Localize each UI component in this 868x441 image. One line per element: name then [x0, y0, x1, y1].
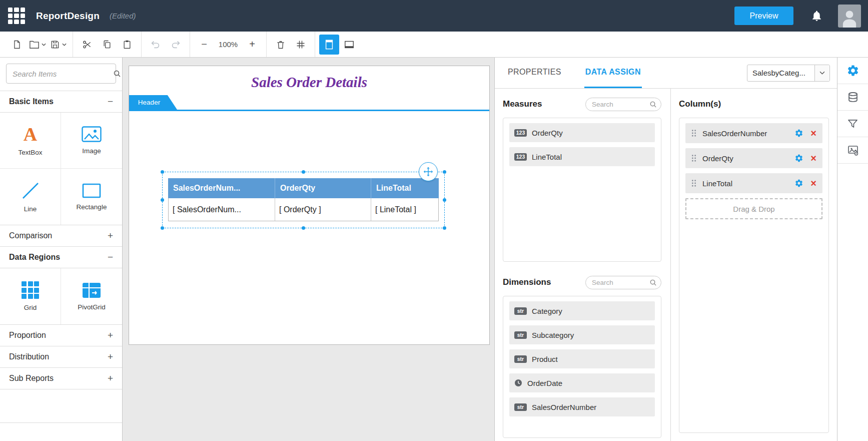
measure-item[interactable]: 123 OrderQty — [509, 123, 655, 142]
main-area: Basic Items − A TextBox Image Line — [0, 58, 868, 441]
zoom-out-button[interactable]: − — [194, 35, 214, 55]
table-header-row: SalesOrderNum... OrderQty LineTotal — [168, 178, 439, 198]
drag-handle-icon[interactable] — [690, 154, 697, 163]
column-settings-button[interactable] — [793, 178, 804, 189]
sidebar-section-sub-reports[interactable]: Sub Reports + — [0, 367, 122, 389]
tile-line[interactable]: Line — [0, 169, 61, 225]
table-header-cell[interactable]: SalesOrderNum... — [168, 178, 275, 198]
file-group — [3, 32, 73, 57]
line-icon — [21, 181, 40, 200]
move-icon — [423, 166, 434, 177]
grid-lines-button[interactable] — [291, 35, 311, 55]
table-header-cell[interactable]: OrderQty — [275, 178, 371, 198]
undo-button[interactable] — [146, 35, 166, 55]
dimension-item[interactable]: str Category — [509, 301, 655, 320]
header-section-tab[interactable]: Header — [129, 95, 177, 110]
bell-icon — [810, 10, 823, 22]
sidebar-section-data-regions[interactable]: Data Regions − — [0, 246, 122, 268]
chevron-down-icon — [62, 43, 67, 46]
column-dropzone[interactable]: Drag & Drop — [685, 198, 822, 219]
report-title[interactable]: Sales Order Details — [129, 74, 489, 91]
cut-button[interactable] — [77, 35, 97, 55]
gear-icon — [794, 154, 803, 163]
zoom-in-button[interactable]: + — [242, 35, 262, 55]
apps-menu-icon[interactable] — [8, 8, 25, 25]
data-regions-tiles: Grid PivotGrid — [0, 268, 122, 324]
column-row[interactable]: LineTotal × — [685, 173, 822, 193]
rectangle-icon — [82, 183, 101, 198]
move-handle[interactable] — [419, 162, 438, 181]
database-icon — [847, 91, 859, 103]
column-remove-button[interactable]: × — [809, 153, 817, 163]
save-report-button[interactable] — [48, 35, 69, 55]
tile-label: TextBox — [18, 149, 42, 156]
design-canvas[interactable]: Sales Order Details Header SalesOrderNum… — [123, 58, 494, 441]
column-remove-button[interactable]: × — [809, 178, 817, 188]
delete-button[interactable] — [271, 35, 291, 55]
tab-properties[interactable]: PROPERTIES — [507, 58, 562, 88]
tile-grid[interactable]: Grid — [0, 268, 61, 324]
paste-button[interactable] — [117, 35, 137, 55]
sidebar-section-comparison[interactable]: Comparison + — [0, 225, 122, 246]
drag-handle-icon[interactable] — [690, 129, 697, 138]
column-label: SalesOrderNumber — [702, 129, 788, 138]
dimension-item[interactable]: str SalesOrderNumber — [509, 397, 655, 416]
table-header-cell[interactable]: LineTotal — [371, 178, 439, 198]
sidebar-section-proportion[interactable]: Proportion + — [0, 324, 122, 346]
table-data-cell[interactable]: [ LineTotal ] — [371, 198, 438, 221]
rail-data-button[interactable] — [837, 84, 868, 111]
dataset-selector[interactable]: SalesbyCateg... — [747, 65, 830, 82]
rail-filter-button[interactable] — [837, 111, 868, 137]
dimension-label: Category — [532, 307, 562, 315]
column-label: LineTotal — [702, 179, 788, 188]
report-page[interactable]: Sales Order Details Header SalesOrderNum… — [129, 66, 490, 345]
table-data-cell[interactable]: [ SalesOrderNum... — [169, 198, 275, 221]
resize-handle[interactable] — [443, 170, 446, 174]
redo-button[interactable] — [166, 35, 186, 55]
tablix[interactable]: SalesOrderNum... OrderQty LineTotal [ Sa… — [168, 178, 439, 221]
sidebar-section-distribution[interactable]: Distribution + — [0, 346, 122, 367]
measure-item[interactable]: 123 LineTotal — [509, 147, 655, 166]
open-report-button[interactable] — [27, 35, 48, 55]
measure-label: OrderQty — [532, 129, 563, 137]
tile-image[interactable]: Image — [61, 113, 122, 169]
collapse-icon: − — [108, 252, 113, 263]
tab-data-assign[interactable]: DATA ASSIGN — [584, 58, 642, 88]
folder-icon — [29, 40, 40, 49]
footer-view-button[interactable] — [339, 35, 359, 55]
scissors-icon — [82, 40, 92, 50]
resize-handle[interactable] — [161, 198, 164, 202]
dimension-item[interactable]: str Product — [509, 349, 655, 368]
header-view-button[interactable] — [319, 35, 339, 55]
item-search-input[interactable] — [13, 70, 113, 78]
column-remove-button[interactable]: × — [809, 128, 817, 138]
resize-handle[interactable] — [443, 226, 446, 230]
sidebar-section-basic-items[interactable]: Basic Items − — [0, 91, 122, 112]
new-report-button[interactable] — [7, 35, 27, 55]
tile-rectangle[interactable]: Rectangle — [61, 169, 122, 225]
resize-handle[interactable] — [161, 226, 164, 230]
copy-button[interactable] — [97, 35, 117, 55]
dimension-item[interactable]: str Subcategory — [509, 325, 655, 344]
resize-handle[interactable] — [443, 198, 446, 202]
zoom-group: − 100% + — [190, 32, 267, 57]
user-avatar[interactable] — [838, 5, 861, 28]
table-data-cell[interactable]: [ OrderQty ] — [275, 198, 371, 221]
column-row[interactable]: OrderQty × — [685, 148, 822, 168]
redo-icon — [170, 39, 181, 50]
preview-button[interactable]: Preview — [734, 7, 793, 25]
drag-handle-icon[interactable] — [690, 179, 697, 188]
column-settings-button[interactable] — [793, 128, 804, 139]
resize-handle[interactable] — [302, 170, 305, 174]
rail-image-settings-button[interactable] — [837, 137, 868, 164]
right-panel: PROPERTIES DATA ASSIGN SalesbyCateg... M… — [494, 58, 837, 441]
tile-textbox[interactable]: A TextBox — [0, 113, 61, 169]
column-row[interactable]: SalesOrderNumber × — [685, 123, 822, 143]
resize-handle[interactable] — [161, 170, 164, 174]
dimension-item[interactable]: OrderDate — [509, 373, 655, 392]
resize-handle[interactable] — [302, 226, 305, 230]
rail-settings-button[interactable] — [837, 58, 868, 84]
tile-pivotgrid[interactable]: PivotGrid — [61, 268, 122, 324]
column-settings-button[interactable] — [793, 153, 804, 164]
notifications-button[interactable] — [810, 10, 823, 22]
